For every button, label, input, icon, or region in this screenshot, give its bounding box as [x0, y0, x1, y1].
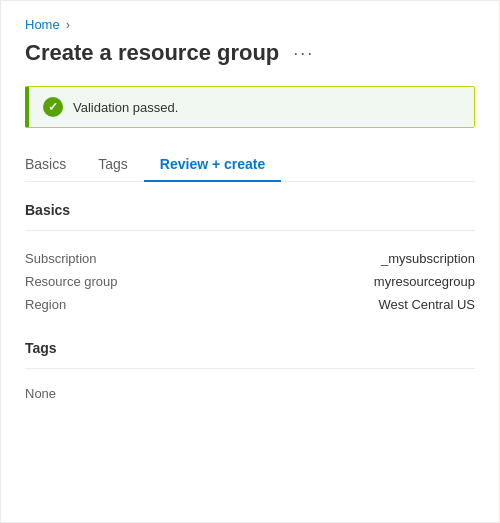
- subscription-value: _mysubscription: [381, 251, 475, 266]
- tab-review-create[interactable]: Review + create: [144, 148, 281, 182]
- validation-success-icon: [43, 97, 63, 117]
- region-row: Region West Central US: [25, 293, 475, 316]
- region-value: West Central US: [378, 297, 475, 312]
- page-title-row: Create a resource group ···: [25, 40, 475, 66]
- validation-text: Validation passed.: [73, 100, 178, 115]
- tabs-container: Basics Tags Review + create: [25, 148, 475, 182]
- tab-tags[interactable]: Tags: [82, 148, 144, 182]
- resource-group-row: Resource group myresourcegroup: [25, 270, 475, 293]
- page-title: Create a resource group: [25, 40, 279, 66]
- subscription-label: Subscription: [25, 251, 155, 266]
- breadcrumb: Home ›: [25, 17, 475, 32]
- subscription-row: Subscription _mysubscription: [25, 247, 475, 270]
- resource-group-label: Resource group: [25, 274, 155, 289]
- basics-section-title: Basics: [25, 202, 475, 218]
- breadcrumb-home-link[interactable]: Home: [25, 17, 60, 32]
- basics-divider: [25, 230, 475, 231]
- breadcrumb-separator: ›: [66, 17, 70, 32]
- region-label: Region: [25, 297, 155, 312]
- tab-basics[interactable]: Basics: [25, 148, 82, 182]
- validation-banner: Validation passed.: [25, 86, 475, 128]
- tags-none-label: None: [25, 386, 56, 401]
- tags-section-title: Tags: [25, 340, 475, 356]
- ellipsis-button[interactable]: ···: [289, 41, 318, 66]
- resource-group-value: myresourcegroup: [374, 274, 475, 289]
- basics-section: Basics Subscription _mysubscription Reso…: [25, 202, 475, 316]
- tags-divider: [25, 368, 475, 369]
- page-container: Home › Create a resource group ··· Valid…: [0, 0, 500, 523]
- tags-section: Tags None: [25, 340, 475, 401]
